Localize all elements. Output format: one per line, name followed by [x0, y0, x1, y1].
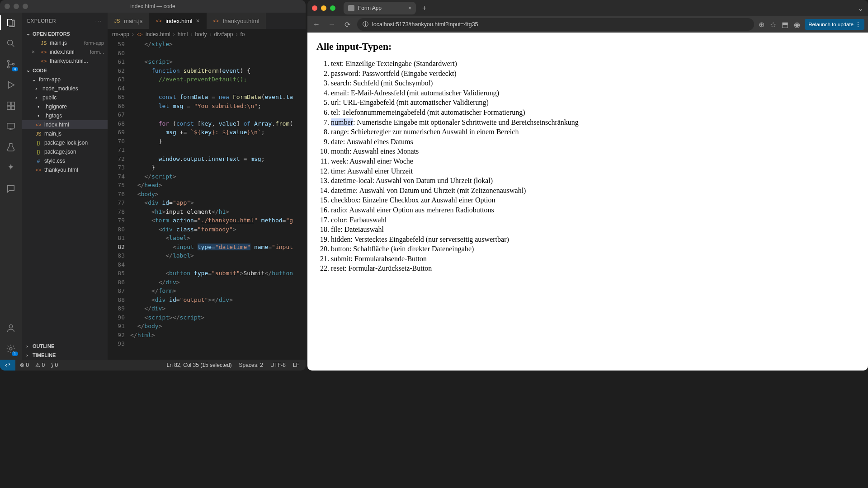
scm-badge: 4	[12, 67, 18, 71]
html-file-icon: <>	[41, 58, 47, 64]
ports-status[interactable]: ⟆ 0	[51, 362, 58, 368]
svg-point-1	[7, 61, 9, 62]
maximize-icon[interactable]	[23, 4, 28, 9]
errors-status[interactable]: ⊗ 0	[20, 362, 29, 368]
indent-status[interactable]: Spaces: 2	[239, 362, 263, 368]
list-item: radio: Auswahl einer Option aus mehreren…	[331, 205, 859, 215]
menu-icon[interactable]: ⋮	[855, 21, 861, 28]
file-item[interactable]: •.hgtags	[22, 111, 108, 120]
minimize-icon[interactable]	[14, 4, 19, 9]
status-bar: ⊗ 0 ⚠ 0 ⟆ 0 Ln 82, Col 35 (15 selected) …	[0, 360, 306, 371]
profile-icon[interactable]: ◉	[794, 20, 800, 29]
run-debug-icon[interactable]	[5, 79, 17, 91]
chevron-down-icon: ⌄	[26, 31, 31, 37]
maximize-icon[interactable]	[330, 5, 335, 11]
file-item[interactable]: {}package.json	[22, 147, 108, 156]
code-content[interactable]: </style> <script> function submitForm(ev…	[130, 40, 306, 360]
open-editor-item[interactable]: JS main.js form-app	[22, 38, 108, 47]
list-item: datetime: Auswahl von Datum und Uhrzeit …	[331, 186, 859, 196]
file-item[interactable]: {}package-lock.json	[22, 138, 108, 147]
js-file-icon: JS	[41, 40, 47, 46]
svg-point-0	[8, 40, 13, 45]
vscode-traffic-lights[interactable]	[5, 4, 28, 9]
encoding-status[interactable]: UTF-8	[270, 362, 286, 368]
chevron-right-icon: ›	[26, 343, 31, 349]
file-item[interactable]: <>index.html	[22, 120, 108, 129]
file-item[interactable]: JSmain.js	[22, 129, 108, 138]
chat-icon[interactable]	[5, 183, 17, 195]
folder-item[interactable]: ›node_modules	[22, 84, 108, 93]
back-button[interactable]: ←	[311, 20, 322, 28]
site-info-icon[interactable]: ⓘ	[363, 21, 368, 28]
list-item: range: Schieberegler zur numerischen Aus…	[331, 127, 859, 137]
file-type-icon: {}	[35, 149, 42, 155]
input-types-list: text: Einzeilige Texteingabe (Standardwe…	[316, 59, 859, 273]
html-file-icon: <>	[213, 18, 219, 23]
eol-status[interactable]: LF	[293, 362, 299, 368]
svg-rect-7	[11, 106, 14, 109]
vscode-titlebar: index.html — code	[0, 0, 306, 13]
list-item: checkbox: Einzelne Checkbox zur Auswahl …	[331, 195, 859, 205]
remote-indicator[interactable]	[0, 360, 15, 371]
vscode-window: index.html — code 4	[0, 0, 306, 371]
open-editors-section[interactable]: ⌄ OPEN EDITORS	[22, 29, 108, 38]
forward-button[interactable]: →	[326, 20, 337, 28]
reload-button[interactable]: ⟳	[342, 20, 353, 29]
tab-list-icon[interactable]: ⌄	[858, 4, 863, 13]
relaunch-button[interactable]: Relaunch to update ⋮	[805, 19, 864, 30]
project-section[interactable]: ⌄ CODE	[22, 66, 108, 75]
bookmark-icon[interactable]: ☆	[770, 20, 776, 29]
code-editor[interactable]: 5960616263646566676869707172737475767778…	[108, 40, 306, 360]
outline-section[interactable]: › OUTLINE	[22, 342, 108, 351]
source-control-icon[interactable]: 4	[5, 58, 17, 70]
browser-toolbar: ← → ⟳ ⓘ localhost:5173/thankyou.html?inp…	[307, 16, 868, 33]
folder-item[interactable]: ⌄ form-app	[22, 75, 108, 84]
settings-badge: 1	[12, 352, 18, 356]
list-item: datetime-local: Auswahl von Datum und Uh…	[331, 176, 859, 186]
extensions-icon[interactable]	[5, 99, 17, 112]
timeline-section[interactable]: › TIMELINE	[22, 351, 108, 360]
html-file-icon: <>	[156, 18, 162, 23]
file-item[interactable]: <>thankyou.html	[22, 165, 108, 174]
more-icon[interactable]: ···	[95, 18, 102, 23]
account-icon[interactable]	[5, 322, 17, 334]
close-icon[interactable]: ×	[408, 5, 411, 11]
browser-tab[interactable]: Form App ×	[344, 2, 416, 14]
minimize-icon[interactable]	[321, 5, 326, 11]
new-tab-button[interactable]: +	[420, 4, 429, 12]
testing-icon[interactable]	[5, 141, 17, 154]
address-bar[interactable]: ⓘ localhost:5173/thankyou.html?input=4tg…	[357, 18, 754, 31]
browser-traffic-lights[interactable]	[312, 5, 335, 11]
browser-window: Form App × + ⌄ ← → ⟳ ⓘ localhost:5173/th…	[307, 0, 868, 371]
html-file-icon: <>	[137, 32, 143, 37]
explorer-sidebar: EXPLORER ··· ⌄ OPEN EDITORS JS main.js f…	[22, 13, 108, 360]
list-item: submit: Formularabsende-Button	[331, 254, 859, 264]
open-editor-item[interactable]: × <> index.html form...	[22, 47, 108, 56]
list-item: week: Auswahl einer Woche	[331, 156, 859, 166]
cursor-position[interactable]: Ln 82, Col 35 (15 selected)	[167, 362, 232, 368]
remote-icon[interactable]	[5, 120, 17, 133]
svg-rect-8	[7, 123, 15, 128]
file-item[interactable]: #style.css	[22, 156, 108, 165]
editor-tab[interactable]: <> thankyou.html	[207, 13, 266, 29]
breadcrumbs[interactable]: rm-app› <> index.html› html› body› div#a…	[108, 29, 306, 40]
install-icon[interactable]: ⬒	[782, 20, 788, 29]
file-type-icon: {}	[35, 140, 42, 145]
close-icon[interactable]	[5, 4, 10, 9]
search-icon[interactable]	[5, 37, 17, 50]
zoom-icon[interactable]: ⊕	[759, 20, 764, 29]
close-icon[interactable]: ×	[196, 17, 199, 24]
close-icon[interactable]	[312, 5, 317, 11]
editor-tab[interactable]: JS main.js	[108, 13, 149, 29]
list-item: search: Suchfeld (mit Suchsymbol)	[331, 78, 859, 88]
sparkle-icon[interactable]	[5, 162, 17, 174]
folder-item[interactable]: ›public	[22, 93, 108, 102]
close-icon[interactable]: ×	[32, 49, 38, 55]
file-item[interactable]: •.hgignore	[22, 102, 108, 111]
open-editor-item[interactable]: <> thankyou.html...	[22, 56, 108, 66]
chevron-right-icon: ›	[26, 352, 31, 358]
explorer-icon[interactable]	[5, 16, 17, 29]
warnings-status[interactable]: ⚠ 0	[35, 362, 45, 368]
editor-tab[interactable]: <> index.html ×	[149, 13, 206, 29]
settings-gear-icon[interactable]: 1	[5, 343, 17, 355]
